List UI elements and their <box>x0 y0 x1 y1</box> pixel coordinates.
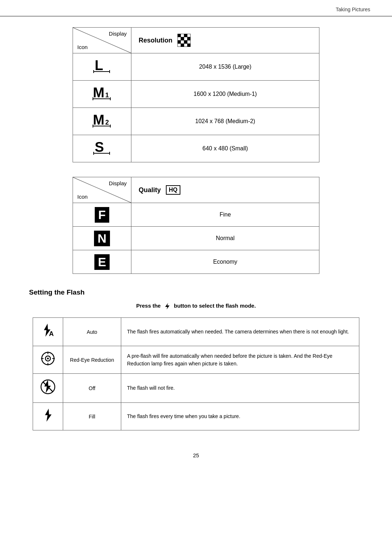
flash-desc-off: The flash will not fire. <box>121 374 359 403</box>
table-row: F Fine <box>73 203 319 227</box>
flash-icon-fill <box>33 403 63 430</box>
flash-icon-redeye <box>33 346 63 374</box>
flash-icon-off <box>33 374 63 403</box>
flash-name-off: Off <box>63 374 121 403</box>
quality-icon-F: F <box>73 203 131 227</box>
svg-rect-11 <box>184 40 187 44</box>
quality-header-label: Quality <box>139 186 161 194</box>
resolution-value-S: 640 x 480 (Small) <box>131 135 319 162</box>
table-row: L 2048 x 1536 (Large) <box>73 53 319 81</box>
instruction-prefix: Press the <box>136 303 161 309</box>
svg-text:S: S <box>95 139 104 155</box>
svg-rect-15 <box>184 44 187 47</box>
auto-flash-icon: A <box>39 323 57 338</box>
resolution-col1-top: Display <box>109 31 127 37</box>
svg-rect-8 <box>187 37 191 40</box>
svg-rect-1 <box>177 34 181 37</box>
svg-rect-12 <box>187 40 191 44</box>
quality-table-header-diagonal: Display Icon <box>73 177 131 203</box>
resolution-value-M1: 1600 x 1200 (Medium-1) <box>131 81 319 108</box>
svg-rect-3 <box>184 34 187 37</box>
svg-marker-37 <box>165 303 170 309</box>
flash-name-auto: Auto <box>63 318 121 346</box>
svg-rect-5 <box>177 37 181 40</box>
fill-flash-icon <box>41 408 55 422</box>
flash-table: A Auto The flash fires automatically whe… <box>33 317 359 430</box>
resolution-header-label: Resolution <box>139 37 172 44</box>
flash-name-redeye: Red-Eye Reduction <box>63 346 121 374</box>
svg-text:A: A <box>49 330 54 337</box>
quality-col1-top: Display <box>109 180 127 186</box>
resolution-icon-L: L <box>73 53 131 81</box>
flash-desc-fill: The flash fires every time when you take… <box>121 403 359 430</box>
table-row: S 640 x 480 (Small) <box>73 135 319 162</box>
svg-text:2: 2 <box>105 119 109 126</box>
svg-rect-7 <box>184 37 187 40</box>
instruction-suffix: button to select the flash mode. <box>174 303 256 309</box>
svg-rect-9 <box>177 40 181 44</box>
resolution-icon-S: S <box>73 135 131 162</box>
press-instruction: Press the button to select the flash mod… <box>29 302 363 310</box>
quality-table: Display Icon Quality HQ F Fine N <box>73 177 319 274</box>
quality-col2-header: Quality HQ <box>131 177 319 203</box>
svg-text:L: L <box>95 58 103 73</box>
quality-value-fine: Fine <box>131 203 319 227</box>
flash-icon-auto: A <box>33 318 63 346</box>
page-number: 25 <box>29 452 363 458</box>
svg-marker-50 <box>45 409 52 422</box>
svg-rect-4 <box>187 34 191 37</box>
flash-off-icon <box>40 379 56 395</box>
table-row: A Auto The flash fires automatically whe… <box>33 318 359 346</box>
quality-value-normal: Normal <box>131 227 319 250</box>
svg-rect-2 <box>181 34 184 37</box>
flash-desc-redeye: A pre-flash will fire automatically when… <box>121 346 359 374</box>
quality-col1-bottom: Icon <box>77 194 87 200</box>
flash-desc-auto: The flash fires automatically when neede… <box>121 318 359 346</box>
svg-point-42 <box>47 358 49 360</box>
checkerboard-icon <box>177 34 191 47</box>
svg-rect-6 <box>181 37 184 40</box>
header-label: Taking Pictures <box>336 7 370 12</box>
svg-rect-16 <box>187 44 191 47</box>
resolution-col1-bottom: Icon <box>77 44 87 50</box>
table-row: Red-Eye Reduction A pre-flash will fire … <box>33 346 359 374</box>
table-row: Off The flash will not fire. <box>33 374 359 403</box>
svg-rect-10 <box>181 40 184 44</box>
quality-value-economy: Economy <box>131 250 319 274</box>
svg-text:M: M <box>93 85 105 100</box>
quality-icon-E: E <box>73 250 131 274</box>
svg-text:1: 1 <box>105 92 109 99</box>
hq-icon: HQ <box>166 185 180 195</box>
quality-icon-N: N <box>73 227 131 250</box>
table-row: M 2 1024 x 768 (Medium-2) <box>73 108 319 135</box>
resolution-table: Display Icon Resolution <box>73 27 319 162</box>
resolution-col2-header: Resolution <box>131 28 319 53</box>
svg-rect-14 <box>181 44 184 47</box>
setting-flash-section: Setting the Flash Press the button to se… <box>29 288 363 430</box>
flash-name-fill: Fill <box>63 403 121 430</box>
table-row: M 1 1600 x 1200 (Medium-1) <box>73 81 319 108</box>
resolution-icon-M1: M 1 <box>73 81 131 108</box>
resolution-icon-M2: M 2 <box>73 108 131 135</box>
flash-button-icon <box>164 302 171 310</box>
svg-rect-13 <box>177 44 181 47</box>
red-eye-icon <box>41 351 55 366</box>
page-header: Taking Pictures <box>0 0 392 16</box>
setting-flash-title: Setting the Flash <box>29 288 363 296</box>
resolution-value-M2: 1024 x 768 (Medium-2) <box>131 108 319 135</box>
table-row: N Normal <box>73 227 319 250</box>
table-row: E Economy <box>73 250 319 274</box>
resolution-table-header-diagonal: Display Icon <box>73 28 131 53</box>
svg-text:M: M <box>93 112 105 127</box>
resolution-value-L: 2048 x 1536 (Large) <box>131 53 319 81</box>
table-row: Fill The flash fires every time when you… <box>33 403 359 430</box>
